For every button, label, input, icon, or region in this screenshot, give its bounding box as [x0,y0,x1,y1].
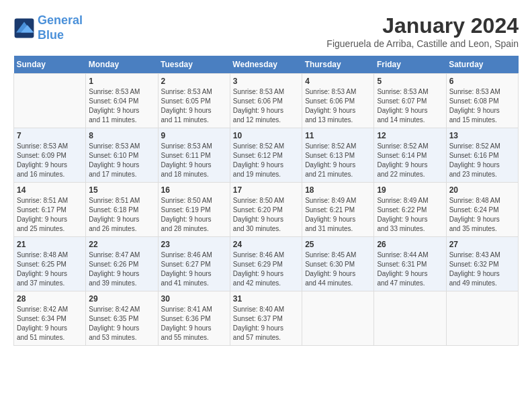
day-info: Sunrise: 8:48 AMSunset: 6:24 PMDaylight:… [449,196,515,234]
day-number: 31 [233,294,299,304]
day-number: 8 [89,131,154,140]
day-number: 9 [161,131,227,140]
title-area: January 2024 Figueruela de Arriba, Casti… [326,13,519,49]
day-number: 2 [161,77,227,86]
day-info: Sunrise: 8:46 AMSunset: 6:29 PMDaylight:… [233,250,299,288]
day-number: 29 [89,294,154,304]
calendar-day-cell [14,74,86,128]
calendar-day-cell [374,291,446,346]
day-number: 1 [89,77,154,86]
calendar-day-cell: 23Sunrise: 8:46 AMSunset: 6:27 PMDayligh… [158,237,230,291]
day-number: 17 [233,185,299,195]
day-info: Sunrise: 8:42 AMSunset: 6:35 PMDaylight:… [89,305,154,342]
day-number: 22 [89,240,154,249]
day-number: 28 [17,294,83,304]
calendar-week-row: 21Sunrise: 8:48 AMSunset: 6:25 PMDayligh… [14,237,519,291]
day-of-week-header: Friday [374,56,446,74]
day-number: 16 [161,185,227,195]
day-info: Sunrise: 8:49 AMSunset: 6:22 PMDaylight:… [377,196,443,234]
calendar-day-cell: 1Sunrise: 8:53 AMSunset: 6:04 PMDaylight… [86,74,158,128]
calendar-day-cell: 27Sunrise: 8:43 AMSunset: 6:32 PMDayligh… [446,237,518,291]
calendar-day-cell: 19Sunrise: 8:49 AMSunset: 6:22 PMDayligh… [374,183,446,237]
day-number: 7 [17,131,83,140]
day-info: Sunrise: 8:41 AMSunset: 6:36 PMDaylight:… [161,305,227,342]
day-number: 19 [377,185,443,195]
calendar-day-cell [302,291,374,346]
day-info: Sunrise: 8:44 AMSunset: 6:31 PMDaylight:… [377,250,443,288]
month-year-title: January 2024 [326,13,519,38]
calendar-day-cell: 22Sunrise: 8:47 AMSunset: 6:26 PMDayligh… [86,237,158,291]
calendar-day-cell: 15Sunrise: 8:51 AMSunset: 6:18 PMDayligh… [86,183,158,237]
day-number: 12 [377,131,443,140]
day-number: 6 [449,77,515,86]
day-info: Sunrise: 8:40 AMSunset: 6:37 PMDaylight:… [233,305,299,342]
day-number: 5 [377,77,443,86]
logo: General Blue [13,13,83,42]
day-info: Sunrise: 8:45 AMSunset: 6:30 PMDaylight:… [305,250,371,288]
calendar-header-row: SundayMondayTuesdayWednesdayThursdayFrid… [14,56,519,74]
calendar-day-cell: 17Sunrise: 8:50 AMSunset: 6:20 PMDayligh… [230,183,302,237]
day-info: Sunrise: 8:51 AMSunset: 6:17 PMDaylight:… [17,196,83,234]
calendar-day-cell: 11Sunrise: 8:52 AMSunset: 6:13 PMDayligh… [302,128,374,183]
calendar-day-cell: 21Sunrise: 8:48 AMSunset: 6:25 PMDayligh… [14,237,86,291]
calendar-day-cell [446,291,518,346]
day-number: 3 [233,77,299,86]
logo-blue: Blue [38,28,64,42]
day-number: 23 [161,240,227,249]
logo-text: General Blue [38,13,83,42]
logo-icon [13,17,35,39]
calendar-day-cell: 28Sunrise: 8:42 AMSunset: 6:34 PMDayligh… [14,291,86,346]
day-info: Sunrise: 8:50 AMSunset: 6:20 PMDaylight:… [233,196,299,234]
day-info: Sunrise: 8:53 AMSunset: 6:06 PMDaylight:… [233,87,299,125]
day-info: Sunrise: 8:53 AMSunset: 6:09 PMDaylight:… [17,142,83,179]
day-number: 26 [377,240,443,249]
day-number: 25 [305,240,371,249]
calendar-day-cell: 12Sunrise: 8:52 AMSunset: 6:14 PMDayligh… [374,128,446,183]
day-of-week-header: Sunday [14,56,86,74]
day-info: Sunrise: 8:49 AMSunset: 6:21 PMDaylight:… [305,196,371,234]
calendar-week-row: 7Sunrise: 8:53 AMSunset: 6:09 PMDaylight… [14,128,519,183]
day-info: Sunrise: 8:53 AMSunset: 6:06 PMDaylight:… [305,87,371,125]
day-info: Sunrise: 8:52 AMSunset: 6:13 PMDaylight:… [305,142,371,179]
calendar-day-cell: 5Sunrise: 8:53 AMSunset: 6:07 PMDaylight… [374,74,446,128]
calendar-week-row: 28Sunrise: 8:42 AMSunset: 6:34 PMDayligh… [14,291,519,346]
day-number: 27 [449,240,515,249]
day-info: Sunrise: 8:48 AMSunset: 6:25 PMDaylight:… [17,250,83,288]
day-info: Sunrise: 8:53 AMSunset: 6:04 PMDaylight:… [89,87,154,125]
day-of-week-header: Wednesday [230,56,302,74]
calendar-day-cell: 6Sunrise: 8:53 AMSunset: 6:08 PMDaylight… [446,74,518,128]
day-number: 30 [161,294,227,304]
day-info: Sunrise: 8:52 AMSunset: 6:16 PMDaylight:… [449,142,515,179]
day-of-week-header: Monday [86,56,158,74]
calendar-day-cell: 18Sunrise: 8:49 AMSunset: 6:21 PMDayligh… [302,183,374,237]
calendar-day-cell: 9Sunrise: 8:53 AMSunset: 6:11 PMDaylight… [158,128,230,183]
calendar-day-cell: 7Sunrise: 8:53 AMSunset: 6:09 PMDaylight… [14,128,86,183]
calendar-day-cell: 20Sunrise: 8:48 AMSunset: 6:24 PMDayligh… [446,183,518,237]
day-number: 15 [89,185,154,195]
day-number: 18 [305,185,371,195]
day-info: Sunrise: 8:43 AMSunset: 6:32 PMDaylight:… [449,250,515,288]
day-info: Sunrise: 8:47 AMSunset: 6:26 PMDaylight:… [89,250,154,288]
calendar-day-cell: 16Sunrise: 8:50 AMSunset: 6:19 PMDayligh… [158,183,230,237]
day-number: 20 [449,185,515,195]
day-info: Sunrise: 8:53 AMSunset: 6:10 PMDaylight:… [89,142,154,179]
calendar-day-cell: 14Sunrise: 8:51 AMSunset: 6:17 PMDayligh… [14,183,86,237]
page-header: General Blue January 2024 Figueruela de … [13,13,519,49]
logo-general: General [38,13,83,27]
calendar-day-cell: 3Sunrise: 8:53 AMSunset: 6:06 PMDaylight… [230,74,302,128]
day-number: 24 [233,240,299,249]
day-info: Sunrise: 8:53 AMSunset: 6:05 PMDaylight:… [161,87,227,125]
day-info: Sunrise: 8:52 AMSunset: 6:12 PMDaylight:… [233,142,299,179]
calendar-week-row: 1Sunrise: 8:53 AMSunset: 6:04 PMDaylight… [14,74,519,128]
day-of-week-header: Thursday [302,56,374,74]
day-info: Sunrise: 8:52 AMSunset: 6:14 PMDaylight:… [377,142,443,179]
calendar-day-cell: 8Sunrise: 8:53 AMSunset: 6:10 PMDaylight… [86,128,158,183]
calendar-day-cell: 4Sunrise: 8:53 AMSunset: 6:06 PMDaylight… [302,74,374,128]
calendar-table: SundayMondayTuesdayWednesdayThursdayFrid… [13,56,519,346]
calendar-day-cell: 13Sunrise: 8:52 AMSunset: 6:16 PMDayligh… [446,128,518,183]
day-info: Sunrise: 8:53 AMSunset: 6:11 PMDaylight:… [161,142,227,179]
calendar-day-cell: 25Sunrise: 8:45 AMSunset: 6:30 PMDayligh… [302,237,374,291]
calendar-day-cell: 31Sunrise: 8:40 AMSunset: 6:37 PMDayligh… [230,291,302,346]
calendar-day-cell: 24Sunrise: 8:46 AMSunset: 6:29 PMDayligh… [230,237,302,291]
day-info: Sunrise: 8:51 AMSunset: 6:18 PMDaylight:… [89,196,154,234]
